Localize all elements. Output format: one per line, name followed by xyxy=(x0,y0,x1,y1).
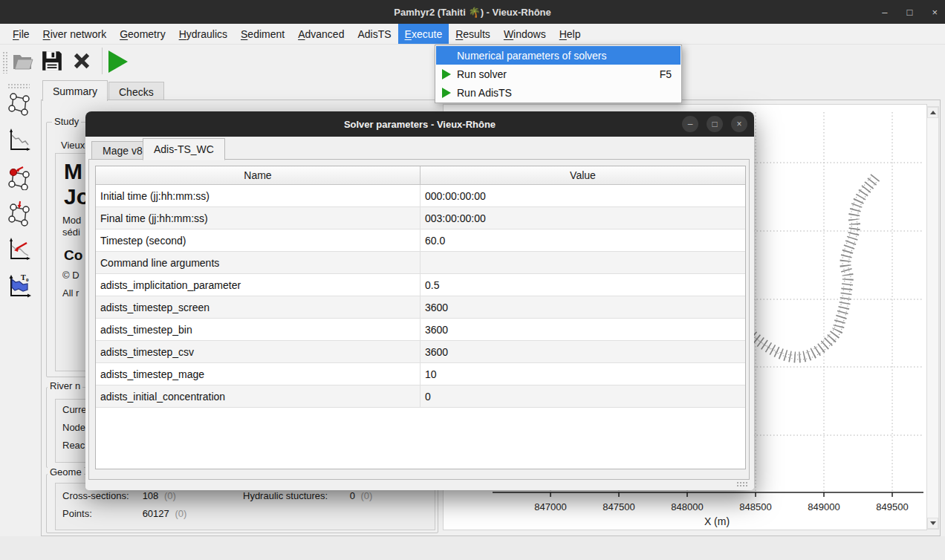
menu-item-numerical-parameters-of-solvers[interactable]: Numerical parameters of solvers xyxy=(436,46,681,65)
param-name-cell[interactable]: Command line arguments xyxy=(96,252,420,273)
study-group-label: Study xyxy=(52,116,81,127)
stat-points: Points: 60127 (0) xyxy=(62,508,186,519)
stat-cross-sections: Cross-sections: 108 (0) xyxy=(62,490,176,501)
window-titlebar: Pamhyr2 (Tahiti 🌴) - Vieux-Rhône – □ × xyxy=(0,0,945,24)
play-icon xyxy=(442,88,451,98)
param-name-cell[interactable]: Timestep (second) xyxy=(96,229,420,251)
menu-river-network[interactable]: River network xyxy=(36,24,114,44)
param-value-cell[interactable]: 000:00:00:00 xyxy=(420,185,745,206)
maximize-icon[interactable]: □ xyxy=(907,7,913,17)
stat-extra: (0) xyxy=(360,490,372,501)
param-value-cell[interactable]: 3600 xyxy=(420,296,745,318)
menu-item-run-solver[interactable]: Run solverF5 xyxy=(436,65,681,83)
dialog-resize-grip[interactable] xyxy=(736,481,749,488)
minimize-icon[interactable]: – xyxy=(882,7,887,17)
menu-adists[interactable]: AdisTS xyxy=(351,24,397,44)
param-name-cell[interactable]: adists_initial_concentration xyxy=(96,385,420,407)
tab-summary[interactable]: Summary xyxy=(42,80,108,101)
stat-value: 108 xyxy=(143,490,159,501)
play-icon xyxy=(442,69,451,79)
param-value-cell[interactable] xyxy=(420,252,745,273)
svg-text:849500: 849500 xyxy=(876,501,908,512)
study-text-line2: sédi xyxy=(62,227,80,238)
stat-extra: (0) xyxy=(164,490,176,501)
svg-text:847500: 847500 xyxy=(603,501,634,512)
study-subheading: Co xyxy=(64,247,82,264)
menu-hydraulics[interactable]: Hydraulics xyxy=(172,24,234,44)
study-inner-tab[interactable]: Vieux xyxy=(61,140,85,151)
param-name-cell[interactable]: Final time (jj:hh:mm:ss) xyxy=(96,207,420,229)
save-icon[interactable] xyxy=(41,50,63,72)
table-row[interactable]: adists_timestep_csv3600 xyxy=(96,341,745,363)
menu-item-run-adists[interactable]: Run AdisTS xyxy=(436,83,681,102)
table-row[interactable]: adists_timestep_bin3600 xyxy=(96,319,745,341)
dialog-tab-adis-ts-wc[interactable]: Adis-TS_WC xyxy=(143,138,225,160)
initial-conditions-icon[interactable]: T 0 xyxy=(7,273,32,302)
menu-file[interactable]: File xyxy=(6,24,36,44)
menu-advanced[interactable]: Advanced xyxy=(291,24,351,44)
column-header-name[interactable]: Name xyxy=(96,166,420,184)
param-value-cell[interactable]: 0 xyxy=(420,385,745,407)
stat-label: Cross-sections: xyxy=(62,490,140,501)
menu-geometry[interactable]: Geometry xyxy=(113,24,172,44)
table-row[interactable]: Timestep (second)60.0 xyxy=(96,229,745,252)
toolbar-grip[interactable] xyxy=(2,51,7,74)
execute-menu: Numerical parameters of solversRun solve… xyxy=(435,45,682,103)
stat-value: 0 xyxy=(350,490,355,501)
param-name-cell[interactable]: adists_timestep_mage xyxy=(96,363,420,385)
param-value-cell[interactable]: 10 xyxy=(420,363,745,385)
table-row[interactable]: Final time (jj:hh:mm:ss)003:00:00:00 xyxy=(96,207,745,229)
table-row[interactable]: Command line arguments xyxy=(96,252,745,274)
shortcut-label: F5 xyxy=(660,68,672,80)
param-value-cell[interactable]: 003:00:00:00 xyxy=(420,207,745,229)
svg-text:849000: 849000 xyxy=(808,501,840,512)
svg-text:848000: 848000 xyxy=(671,501,703,512)
menu-results[interactable]: Results xyxy=(449,24,497,44)
menu-windows[interactable]: Windows xyxy=(497,24,553,44)
param-value-cell[interactable]: 3600 xyxy=(420,319,745,340)
vertical-scrollbar[interactable] xyxy=(926,106,939,530)
stat-extra: (0) xyxy=(175,508,186,519)
param-name-cell[interactable]: adists_implicitation_parameter xyxy=(96,274,420,296)
menu-help[interactable]: Help xyxy=(553,24,588,44)
param-value-cell[interactable]: 60.0 xyxy=(420,229,745,251)
tab-checks[interactable]: Checks xyxy=(108,82,164,101)
dialog-maximize-icon[interactable]: □ xyxy=(707,116,723,132)
edit-node-icon[interactable] xyxy=(7,163,32,193)
solver-table-body: Initial time (jj:hh:mm:ss)000:00:00:00Fi… xyxy=(96,185,745,408)
param-name-cell[interactable]: adists_timestep_bin xyxy=(96,319,420,340)
study-heading-line1: M xyxy=(64,159,82,184)
scroll-up-icon[interactable] xyxy=(927,107,938,118)
column-header-value[interactable]: Value xyxy=(420,166,745,184)
profile-edit-icon[interactable] xyxy=(7,236,32,266)
delete-icon[interactable] xyxy=(71,50,93,72)
menu-execute[interactable]: Execute xyxy=(398,24,449,44)
table-row[interactable]: adists_implicitation_parameter0.5 xyxy=(96,274,745,296)
run-solver-icon[interactable] xyxy=(108,51,131,73)
close-icon[interactable]: × xyxy=(932,7,938,17)
dialog-minimize-icon[interactable]: – xyxy=(682,116,698,132)
window-controls: – □ × xyxy=(882,0,938,24)
table-row[interactable]: adists_initial_concentration0 xyxy=(96,385,745,408)
menu-item-label: Run solver xyxy=(457,68,507,80)
scroll-down-icon[interactable] xyxy=(927,518,938,529)
param-name-cell[interactable]: Initial time (jj:hh:mm:ss) xyxy=(96,185,420,206)
param-name-cell[interactable]: adists_timestep_screen xyxy=(96,296,420,318)
window-bottom-strip xyxy=(0,536,945,560)
param-value-cell[interactable]: 0.5 xyxy=(420,274,745,296)
toolbar-separator xyxy=(102,48,103,74)
table-row[interactable]: adists_timestep_screen3600 xyxy=(96,296,745,319)
edit-reach-icon[interactable] xyxy=(7,200,32,229)
stat-label: Hydraulic stuctures: xyxy=(243,490,347,501)
dialog-close-icon[interactable]: × xyxy=(731,116,747,132)
open-folder-icon[interactable] xyxy=(11,50,33,72)
river-network-row-node: Node xyxy=(62,422,85,433)
table-row[interactable]: adists_timestep_mage10 xyxy=(96,363,745,385)
param-value-cell[interactable]: 3600 xyxy=(420,341,745,362)
param-name-cell[interactable]: adists_timestep_csv xyxy=(96,341,420,362)
river-network-icon[interactable] xyxy=(7,91,32,120)
table-row[interactable]: Initial time (jj:hh:mm:ss)000:00:00:00 xyxy=(96,185,745,207)
menu-sediment[interactable]: Sediment xyxy=(234,24,291,44)
longitudinal-profile-icon[interactable] xyxy=(7,127,32,157)
side-toolbar-grip[interactable] xyxy=(7,83,30,88)
